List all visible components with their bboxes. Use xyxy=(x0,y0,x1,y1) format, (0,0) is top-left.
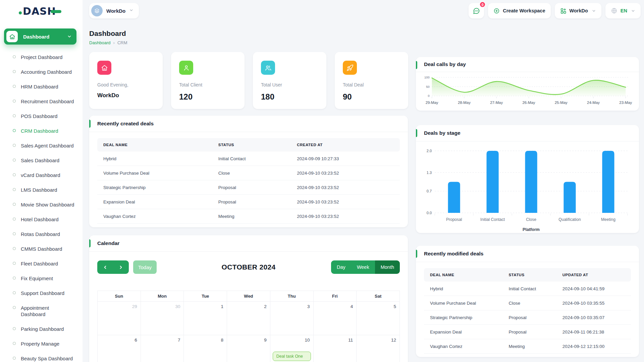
table-cell: Meeting xyxy=(212,209,291,224)
stat-label: Total Deal xyxy=(343,82,400,87)
sidebar-item-label: LMS Dashboard xyxy=(21,187,57,193)
calendar-day-cell[interactable]: 8 xyxy=(184,335,227,362)
sidebar-item[interactable]: Project Dashboard xyxy=(0,50,83,64)
table-cell: Strategic Partnership xyxy=(97,180,212,195)
calendar-card: Calendar Today OCTOBER 2024 DayWeekMonth… xyxy=(89,235,408,362)
calendar-toolbar: Today OCTOBER 2024 DayWeekMonth xyxy=(97,260,400,274)
calendar-day-cell[interactable]: 9 xyxy=(227,335,270,362)
calendar-day-cell[interactable]: 5 xyxy=(357,302,400,335)
table-row: HybridInitial Contact2024-09-10 04:41:59 xyxy=(424,282,631,296)
svg-text:24-May: 24-May xyxy=(587,101,600,105)
table-cell: Expansion Deal xyxy=(97,195,212,209)
calendar-day-cell[interactable]: 4 xyxy=(313,302,357,335)
table-cell: 2024-09-10 03:35:55 xyxy=(556,296,631,310)
calendar-view-month-button[interactable]: Month xyxy=(375,260,400,274)
day-number: 29 xyxy=(98,302,141,309)
table-head: DEAL NAMESTATUSUPDATED AT xyxy=(424,268,631,282)
sidebar-item[interactable]: Sales Dashboard xyxy=(0,153,83,168)
sidebar-item-label: Fix Equipment xyxy=(21,275,53,282)
day-number: 10 xyxy=(270,335,313,343)
calendar-day-cell[interactable]: 2 xyxy=(227,302,270,335)
sidebar-item[interactable]: Support Dashboard xyxy=(0,286,83,300)
calendar-prev-button[interactable] xyxy=(97,260,113,274)
calendar-view-day-button[interactable]: Day xyxy=(331,260,351,274)
sidebar-item[interactable]: Property Manage xyxy=(0,336,83,351)
workspace-switcher[interactable]: WorkDo xyxy=(89,3,139,18)
sidebar-item[interactable]: CRM Dashboard xyxy=(0,123,83,138)
day-number: 11 xyxy=(314,335,357,343)
page-title: Dashboard xyxy=(89,29,126,38)
messages-button[interactable]: 0 xyxy=(469,3,484,18)
sidebar-item[interactable]: Accounting Dashboard xyxy=(0,64,83,79)
calendar-day-cell[interactable]: 3 xyxy=(270,302,313,335)
recently-modified-deals-card: Recently modified deals DEAL NAMESTATUSU… xyxy=(416,246,639,357)
sidebar: DASH Dashboard Project DashboardAccounti… xyxy=(0,0,83,362)
language-selector[interactable]: EN xyxy=(605,3,641,18)
calendar-day-header: Mon xyxy=(141,291,184,302)
card-title: Recently modified deals xyxy=(416,246,639,262)
sidebar-item[interactable]: Fleet Dashboard xyxy=(0,256,83,271)
sidebar-item[interactable]: Parking Dashboard xyxy=(0,321,83,336)
day-number: 8 xyxy=(184,335,227,343)
stat-label: Total Client xyxy=(179,82,236,87)
calendar-view-week-button[interactable]: Week xyxy=(351,260,375,274)
day-number: 9 xyxy=(227,335,270,343)
table-cell: 2024-09-10 03:35:07 xyxy=(556,310,631,325)
table-row: Strategic PartnershipProposal2024-09-10 … xyxy=(97,180,400,195)
calendar-grid-body: 293012345678910Deal task One1112 xyxy=(98,302,400,362)
workspace-menu-button[interactable]: WorkDo xyxy=(555,3,601,18)
sidebar-item[interactable]: Appointment Dashboard xyxy=(0,300,83,321)
sidebar-item[interactable]: HRM Dashboard xyxy=(0,79,83,94)
sidebar-item[interactable]: Hotel Dashboard xyxy=(0,212,83,227)
calendar-day-cell[interactable]: 12 xyxy=(357,335,400,362)
dash-logo[interactable]: DASH xyxy=(19,5,61,17)
table-row: Volume Purchase DealClose2024-09-10 03:2… xyxy=(97,166,400,180)
calendar-day-cell[interactable]: 7 xyxy=(141,335,184,362)
table-cell: 2024-09-10 03:23:52 xyxy=(291,209,400,224)
calendar-day-cell[interactable]: 30 xyxy=(141,302,184,335)
sidebar-item[interactable]: Recruitment Dashboard xyxy=(0,94,83,109)
calendar-today-button[interactable]: Today xyxy=(133,260,157,274)
sidebar-item[interactable]: CMMS Dashboard xyxy=(0,241,83,256)
calendar-day-cell[interactable]: 10Deal task One xyxy=(270,335,313,362)
day-number: 2 xyxy=(227,302,270,309)
svg-text:Qualification: Qualification xyxy=(558,217,581,222)
table-cell: Close xyxy=(212,166,291,180)
calendar-day-cell[interactable]: 6 xyxy=(98,335,141,362)
calendar-day-cell[interactable]: 1 xyxy=(184,302,227,335)
sidebar-item[interactable]: Sales Agent Dashboard xyxy=(0,138,83,153)
sidebar-item[interactable]: POS Dashboard xyxy=(0,109,83,123)
card-title: Calendar xyxy=(89,235,408,252)
sidebar-item-label: Sales Agent Dashboard xyxy=(21,142,74,149)
circle-icon xyxy=(13,232,16,235)
breadcrumb-dashboard-link[interactable]: Dashboard xyxy=(89,40,111,45)
calendar-day-cell[interactable]: 29 xyxy=(98,302,141,335)
sidebar-group-dashboard[interactable]: Dashboard xyxy=(4,28,76,45)
sidebar-item[interactable]: LMS Dashboard xyxy=(0,182,83,197)
svg-text:Proposal: Proposal xyxy=(446,217,462,222)
table-row: Expansion DealProposal2024-09-11 06:21:3… xyxy=(424,325,631,339)
stat-card: Total User180 xyxy=(253,52,326,109)
calendar-event[interactable]: Deal task One xyxy=(273,352,311,361)
svg-text:Meeting: Meeting xyxy=(601,217,615,222)
column-header: UPDATED AT xyxy=(556,268,631,282)
calendar-view-switcher: DayWeekMonth xyxy=(331,260,400,274)
circle-icon xyxy=(13,342,16,345)
sidebar-item[interactable]: Fix Equipment xyxy=(0,271,83,286)
svg-text:Platform: Platform xyxy=(523,227,540,232)
sidebar-item[interactable]: Beauty Spa Dashboard xyxy=(0,351,83,362)
calendar-next-button[interactable] xyxy=(113,260,129,274)
sidebar-item-label: Beauty Spa Dashboard xyxy=(21,355,73,362)
create-workspace-button[interactable]: Create Workspace xyxy=(488,3,550,18)
chevron-down-icon xyxy=(67,34,72,39)
sidebar-item[interactable]: vCard Dashboard xyxy=(0,168,83,182)
calendar-day-cell[interactable]: 11 xyxy=(313,335,357,362)
table-cell: Volume Purchase Deal xyxy=(97,166,212,180)
svg-text:23-May: 23-May xyxy=(619,101,632,105)
circle-icon xyxy=(13,159,16,162)
sidebar-item[interactable]: Movie Show Dashboard xyxy=(0,197,83,212)
svg-text:50: 50 xyxy=(426,85,429,88)
chevron-right-icon xyxy=(118,265,123,270)
plus-circle-icon xyxy=(493,8,500,14)
sidebar-item[interactable]: Rotas Dashboard xyxy=(0,227,83,241)
